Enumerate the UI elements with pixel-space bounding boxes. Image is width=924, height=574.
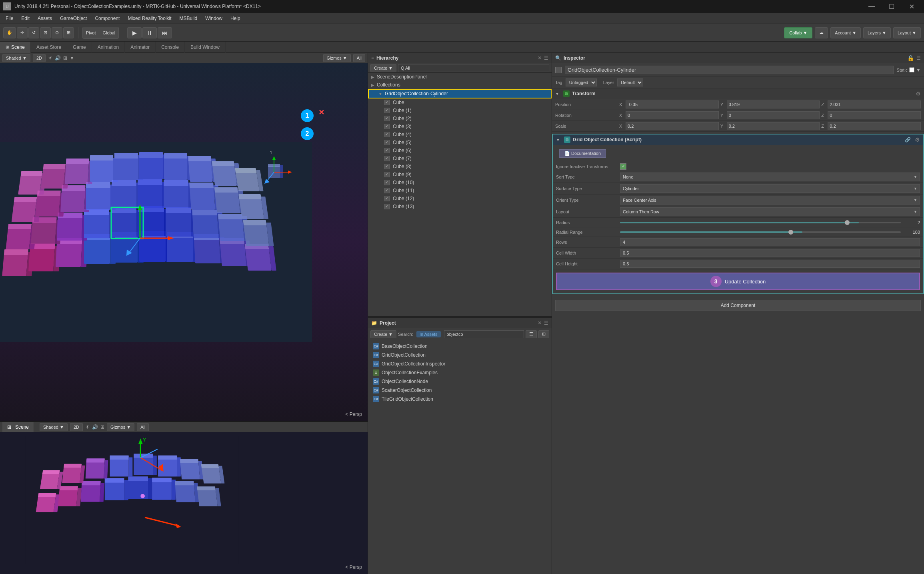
- menu-mr-toolkit[interactable]: Mixed Reality Toolkit: [124, 14, 175, 23]
- static-arrow[interactable]: ▼: [916, 67, 921, 73]
- hier-cube-4[interactable]: ✓ Cube (4): [368, 130, 552, 138]
- rotation-z-input[interactable]: 0: [828, 111, 921, 119]
- documentation-button[interactable]: 📄 Documentation: [559, 149, 606, 158]
- proj-examples[interactable]: U ObjectCollectionExamples: [370, 368, 550, 377]
- layers-button[interactable]: Layers ▼: [863, 27, 891, 38]
- proj-grid-collection[interactable]: C# GridObjectCollection: [370, 351, 550, 359]
- scale-y-input[interactable]: 0.2: [727, 122, 820, 130]
- collab-button[interactable]: Collab ▼: [784, 27, 812, 38]
- cell-height-input[interactable]: 0.5: [620, 260, 920, 268]
- menu-window[interactable]: Window: [201, 14, 226, 23]
- project-search-menu[interactable]: ☰: [526, 330, 537, 338]
- menu-edit[interactable]: Edit: [17, 14, 34, 23]
- hier-cube-8[interactable]: ✓ Cube (8): [368, 163, 552, 171]
- hier-cube-7[interactable]: ✓ Cube (7): [368, 155, 552, 163]
- ignore-inactive-checkbox[interactable]: ✓: [620, 163, 626, 170]
- proj-scatter[interactable]: C# ScatterObjectCollection: [370, 386, 550, 395]
- menu-file[interactable]: File: [2, 14, 17, 23]
- audio-icon[interactable]: 🔊: [55, 55, 61, 61]
- update-collection-button[interactable]: 3 Update Collection: [556, 273, 920, 290]
- position-y-input[interactable]: 3.819: [727, 100, 820, 108]
- project-close-icon[interactable]: ✕: [538, 320, 542, 326]
- menu-gameobject[interactable]: GameObject: [56, 14, 91, 23]
- proj-node[interactable]: C# ObjectCollectionNode: [370, 377, 550, 386]
- hierarchy-menu-icon[interactable]: ☰: [544, 55, 548, 61]
- inspector-lock-icon[interactable]: 🔒: [907, 55, 914, 61]
- scale-tool[interactable]: ⊡: [40, 27, 51, 38]
- gizmos-btn[interactable]: Gizmos ▼: [323, 54, 351, 62]
- project-view-toggle[interactable]: ⊞: [538, 330, 549, 338]
- scene-bottom-view[interactable]: Y < Persp: [0, 432, 368, 574]
- transform-tool[interactable]: ⊞: [63, 27, 74, 38]
- object-active-checkbox[interactable]: [555, 67, 562, 73]
- scene-3d-view[interactable]: 1 < Persp 1 2 ✕: [0, 63, 368, 421]
- hier-cube-11[interactable]: ✓ Cube (11): [368, 187, 552, 195]
- hier-collections[interactable]: ▶ Collections: [368, 81, 552, 89]
- inspector-menu-icon[interactable]: ☰: [916, 55, 921, 61]
- static-checkbox[interactable]: [909, 67, 914, 72]
- layer-select[interactable]: Default: [617, 78, 643, 86]
- menu-msbuild[interactable]: MSBuild: [176, 14, 202, 23]
- menu-component[interactable]: Component: [91, 14, 124, 23]
- layout-button[interactable]: Layout ▼: [893, 27, 921, 38]
- surface-type-dropdown[interactable]: Cylinder ▼: [620, 184, 920, 193]
- proj-tile-grid[interactable]: C# TileGridObjectCollection: [370, 395, 550, 403]
- tab-asset-store[interactable]: Asset Store: [31, 42, 67, 53]
- menu-help[interactable]: Help: [226, 14, 244, 23]
- project-create-btn[interactable]: Create ▼: [370, 330, 396, 338]
- tab-animation[interactable]: Animation: [92, 42, 125, 53]
- rotation-y-input[interactable]: 0: [727, 111, 820, 119]
- radial-range-slider[interactable]: [620, 231, 901, 233]
- close-button[interactable]: ✕: [902, 0, 921, 13]
- tab-game[interactable]: Game: [67, 42, 92, 53]
- transform-header[interactable]: ▼ ⊞ Transform ⚙: [552, 88, 924, 99]
- hier-cube-6[interactable]: ✓ Cube (6): [368, 147, 552, 155]
- project-search[interactable]: [444, 330, 524, 338]
- hier-cube-5[interactable]: ✓ Cube (5): [368, 138, 552, 147]
- rotate-tool[interactable]: ↺: [28, 27, 39, 38]
- project-menu-icon[interactable]: ☰: [544, 320, 548, 326]
- hierarchy-create-btn[interactable]: Create ▼: [370, 64, 396, 72]
- lighting-bottom-icon[interactable]: ☀: [85, 424, 90, 430]
- in-assets-tag[interactable]: In Assets: [416, 331, 441, 337]
- hierarchy-search[interactable]: [398, 64, 549, 72]
- step-button[interactable]: ⏭: [158, 27, 172, 38]
- shaded-dropdown[interactable]: Shaded ▼: [2, 54, 30, 62]
- global-button[interactable]: Global: [99, 27, 118, 38]
- rect-tool[interactable]: ⊙: [52, 27, 62, 38]
- all-bottom-filter[interactable]: All: [137, 423, 149, 431]
- position-x-input[interactable]: -0.35: [626, 100, 719, 108]
- orient-type-dropdown[interactable]: Face Center Axis ▼: [620, 196, 920, 205]
- audio-bottom-icon[interactable]: 🔊: [92, 424, 98, 430]
- scene-view-options[interactable]: ▼: [70, 55, 74, 61]
- 2d-bottom-toggle[interactable]: 2D: [70, 423, 83, 431]
- menu-assets[interactable]: Assets: [34, 14, 56, 23]
- hier-scene-description[interactable]: ▶ SceneDescriptionPanel: [368, 73, 552, 81]
- all-filter[interactable]: All: [353, 54, 365, 62]
- maximize-button[interactable]: ☐: [882, 0, 901, 13]
- tab-scene-bottom[interactable]: ⊞ Scene: [2, 422, 34, 432]
- effects-icon[interactable]: ⊞: [63, 55, 67, 61]
- play-button[interactable]: ▶: [127, 27, 142, 38]
- scale-x-input[interactable]: 0.2: [626, 122, 719, 130]
- effects-bottom-icon[interactable]: ⊞: [100, 424, 104, 430]
- move-tool[interactable]: ✛: [17, 27, 28, 38]
- tab-animator[interactable]: Animator: [125, 42, 156, 53]
- proj-base-collection[interactable]: C# BaseObjectCollection: [370, 342, 550, 351]
- grid-collection-header[interactable]: ▼ ⊞ Grid Object Collection (Script) 🔗 ⚙: [553, 134, 923, 145]
- hand-tool[interactable]: ✋: [3, 27, 16, 38]
- hier-cube-12[interactable]: ✓ Cube (12): [368, 195, 552, 203]
- minimize-button[interactable]: —: [862, 0, 881, 13]
- grid-collection-gear-icon[interactable]: ⚙: [915, 136, 920, 143]
- gizmos-bottom-btn[interactable]: Gizmos ▼: [107, 423, 134, 431]
- transform-gear-icon[interactable]: ⚙: [916, 90, 921, 97]
- hier-cube-13[interactable]: ✓ Cube (13): [368, 203, 552, 211]
- rows-input[interactable]: 4: [620, 238, 920, 246]
- tag-select[interactable]: Untagged: [566, 78, 597, 86]
- proj-grid-inspector[interactable]: C# GridObjectCollectionInspector: [370, 359, 550, 368]
- lighting-icon[interactable]: ☀: [48, 55, 52, 61]
- hier-cube-3[interactable]: ✓ Cube (3): [368, 122, 552, 130]
- cell-width-input[interactable]: 0.5: [620, 249, 920, 257]
- grid-collection-link-icon[interactable]: 🔗: [905, 137, 911, 142]
- cloud-button[interactable]: ☁: [815, 27, 828, 38]
